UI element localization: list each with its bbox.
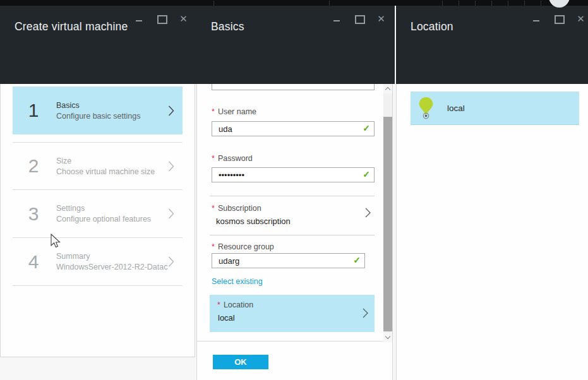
close-icon[interactable]: ✕ — [179, 14, 188, 23]
select-existing-link[interactable]: Select existing — [212, 277, 263, 286]
divider — [210, 235, 375, 235]
resource-group-label: * Resource group — [212, 242, 274, 251]
minimize-icon[interactable] — [532, 14, 541, 23]
password-input[interactable] — [212, 167, 375, 182]
scroll-up-icon[interactable] — [383, 84, 392, 93]
location-label: * Location — [217, 300, 253, 309]
step-title: Summary — [56, 252, 168, 261]
chevron-right-icon — [168, 161, 174, 172]
divider — [210, 196, 375, 196]
close-icon[interactable]: ✕ — [376, 14, 386, 23]
topbar-separator — [491, 1, 492, 6]
blade-body: 1 Basics Configure basic settings 2 Size… — [0, 84, 195, 357]
chevron-right-icon — [365, 208, 371, 218]
blade-header: Location ✕ — [396, 6, 588, 84]
step-number: 4 — [19, 251, 48, 273]
valid-check-icon: ✓ — [363, 123, 370, 133]
location-option-label: local — [447, 104, 465, 113]
minimize-icon[interactable] — [135, 14, 144, 23]
user-name-input[interactable] — [212, 121, 375, 136]
step-number: 1 — [19, 100, 48, 121]
valid-check-icon: ✓ — [363, 169, 370, 179]
location-option-local[interactable]: local — [411, 92, 579, 125]
step-settings[interactable]: 3 Settings Configure optional features — [13, 190, 183, 238]
topbar-separator — [475, 1, 476, 6]
step-title: Settings — [56, 204, 168, 213]
location-picker[interactable]: * Location local — [210, 295, 375, 332]
blade-body: * User name ✓ * Password ✓ — [196, 84, 393, 380]
topbar-separator — [213, 1, 214, 6]
maximize-icon[interactable] — [157, 14, 166, 23]
minimize-icon[interactable] — [332, 14, 342, 23]
scrollbar-thumb[interactable] — [383, 117, 392, 331]
ok-button[interactable]: OK — [213, 355, 268, 369]
blade-header: Create virtual machine ✕ — [0, 6, 197, 84]
resource-group-input[interactable] — [212, 253, 365, 268]
scroll-down-icon[interactable] — [383, 333, 392, 342]
wizard-steps: 1 Basics Configure basic settings 2 Size… — [13, 86, 183, 286]
blade-header: Basics ✕ — [196, 6, 395, 84]
step-subtitle: Configure optional features — [56, 215, 168, 223]
step-subtitle: Configure basic settings — [56, 112, 168, 121]
required-marker: * — [212, 107, 215, 116]
step-summary[interactable]: 4 Summary WindowsServer-2012-R2-Datac... — [13, 238, 183, 286]
step-size[interactable]: 2 Size Choose virtual machine size — [13, 142, 183, 190]
topbar-separator — [459, 1, 459, 6]
map-pin-icon — [418, 97, 434, 119]
top-taskbar — [0, 0, 588, 6]
blade-title: Create virtual machine — [15, 20, 128, 33]
step-subtitle: WindowsServer-2012-R2-Datac... — [56, 263, 168, 271]
chevron-right-icon — [168, 208, 174, 219]
chevron-right-icon — [168, 256, 174, 267]
chevron-right-icon — [363, 308, 368, 318]
blade-title: Basics — [211, 20, 244, 33]
step-number: 3 — [19, 203, 48, 225]
topbar-separator — [329, 1, 330, 6]
subscription-value: kosmos subscription — [216, 217, 291, 226]
required-marker: * — [212, 154, 215, 163]
blade-title: Location — [411, 20, 453, 33]
user-name-label: * User name — [212, 107, 256, 116]
topbar-separator — [524, 1, 525, 6]
footer-divider — [197, 341, 392, 341]
blade-location: Location ✕ local — [396, 6, 588, 380]
chevron-right-icon — [168, 105, 174, 116]
location-value: local — [218, 313, 235, 323]
subscription-label: * Subscription — [212, 204, 261, 213]
step-title: Size — [56, 157, 168, 165]
maximize-icon[interactable] — [354, 14, 364, 23]
password-label: * Password — [212, 154, 253, 163]
maximize-icon[interactable] — [554, 14, 563, 23]
close-icon[interactable]: ✕ — [576, 14, 585, 23]
scrollbar[interactable] — [383, 84, 392, 342]
required-marker: * — [212, 204, 215, 213]
vm-name-input-partial[interactable] — [212, 84, 375, 90]
topbar-separator — [508, 1, 508, 6]
blade-basics: Basics ✕ * User name ✓ * — [196, 6, 393, 380]
required-marker: * — [212, 242, 215, 251]
topbar-separator — [442, 1, 443, 6]
step-basics[interactable]: 1 Basics Configure basic settings — [13, 86, 183, 134]
topbar-separator — [541, 1, 541, 6]
step-subtitle: Choose virtual machine size — [56, 167, 168, 176]
step-title: Basics — [56, 101, 168, 110]
blade-body: local — [396, 84, 588, 380]
screen: Create virtual machine ✕ 1 Basics Config… — [0, 0, 588, 380]
valid-check-icon: ✓ — [353, 255, 361, 265]
step-number: 2 — [19, 155, 48, 177]
blade-create-vm: Create virtual machine ✕ 1 Basics Config… — [0, 6, 195, 380]
required-marker: * — [217, 300, 220, 309]
